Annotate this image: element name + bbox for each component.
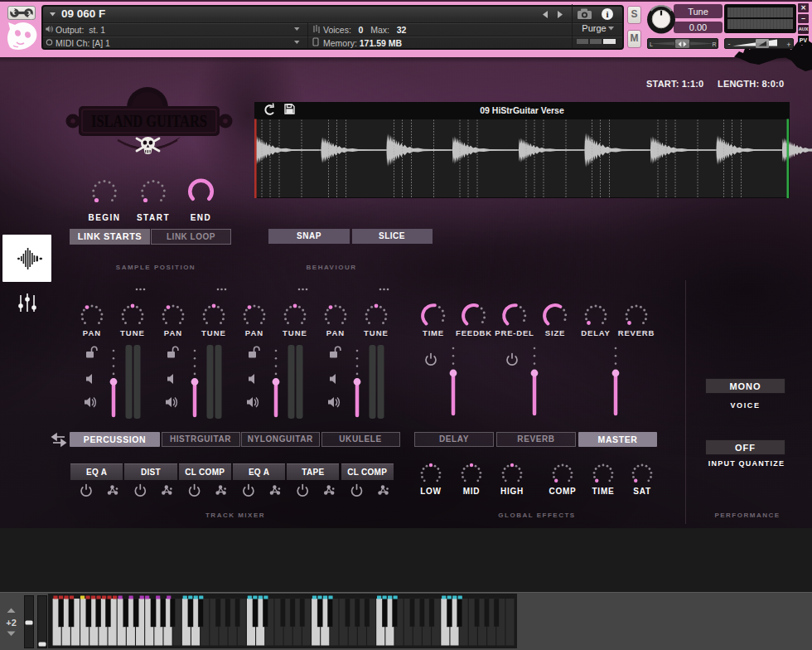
svg-text:+: + <box>786 41 790 49</box>
svg-text:R: R <box>712 41 716 47</box>
svg-text:ISLAND GUITARS: ISLAND GUITARS <box>91 111 207 131</box>
svg-text:L: L <box>650 41 653 47</box>
svg-text:i: i <box>606 9 608 19</box>
svg-text:-: - <box>728 40 731 48</box>
